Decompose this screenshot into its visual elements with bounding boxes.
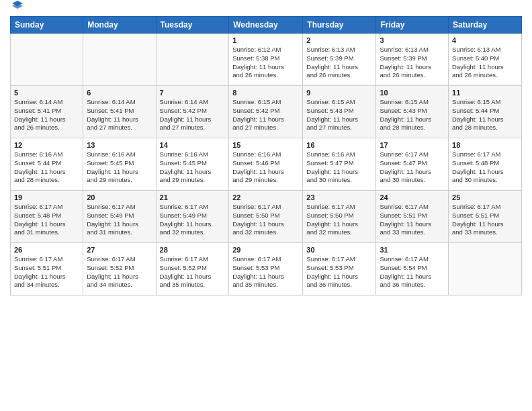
calendar-cell: 7Sunrise: 6:14 AM Sunset: 5:42 PM Daylig… xyxy=(156,86,229,138)
day-number: 29 xyxy=(232,246,299,254)
calendar-cell: 3Sunrise: 6:13 AM Sunset: 5:39 PM Daylig… xyxy=(376,34,449,86)
day-info: Sunrise: 6:17 AM Sunset: 5:51 PM Dayligh… xyxy=(452,203,518,237)
day-info: Sunrise: 6:16 AM Sunset: 5:47 PM Dayligh… xyxy=(306,150,372,185)
calendar-cell: 21Sunrise: 6:17 AM Sunset: 5:49 PM Dayli… xyxy=(156,191,229,243)
calendar-cell: 2Sunrise: 6:13 AM Sunset: 5:39 PM Daylig… xyxy=(303,34,376,86)
day-number: 8 xyxy=(232,89,299,97)
weekday-header-row: SundayMondayTuesdayWednesdayThursdayFrid… xyxy=(11,17,522,34)
calendar-cell: 16Sunrise: 6:16 AM Sunset: 5:47 PM Dayli… xyxy=(303,138,376,191)
weekday-header-wednesday: Wednesday xyxy=(229,17,303,34)
day-info: Sunrise: 6:17 AM Sunset: 5:52 PM Dayligh… xyxy=(87,255,152,289)
day-number: 3 xyxy=(380,36,445,44)
day-info: Sunrise: 6:16 AM Sunset: 5:45 PM Dayligh… xyxy=(160,150,226,185)
calendar-cell: 18Sunrise: 6:17 AM Sunset: 5:48 PM Dayli… xyxy=(449,138,522,191)
day-number: 28 xyxy=(160,246,226,254)
day-info: Sunrise: 6:17 AM Sunset: 5:51 PM Dayligh… xyxy=(14,255,79,289)
calendar-cell: 26Sunrise: 6:17 AM Sunset: 5:51 PM Dayli… xyxy=(11,243,83,295)
day-info: Sunrise: 6:13 AM Sunset: 5:39 PM Dayligh… xyxy=(306,46,372,80)
day-number: 31 xyxy=(380,246,445,254)
day-info: Sunrise: 6:17 AM Sunset: 5:50 PM Dayligh… xyxy=(306,203,372,237)
calendar-cell: 8Sunrise: 6:15 AM Sunset: 5:42 PM Daylig… xyxy=(229,86,303,138)
day-number: 21 xyxy=(160,193,226,201)
day-info: Sunrise: 6:15 AM Sunset: 5:42 PM Dayligh… xyxy=(232,98,299,132)
day-number: 30 xyxy=(306,246,372,254)
weekday-header-friday: Friday xyxy=(376,17,449,34)
logo xyxy=(10,9,24,12)
day-info: Sunrise: 6:16 AM Sunset: 5:46 PM Dayligh… xyxy=(232,150,299,185)
calendar-cell: 28Sunrise: 6:17 AM Sunset: 5:52 PM Dayli… xyxy=(156,243,229,295)
calendar-week-row: 26Sunrise: 6:17 AM Sunset: 5:51 PM Dayli… xyxy=(11,243,522,295)
calendar-cell: 13Sunrise: 6:16 AM Sunset: 5:45 PM Dayli… xyxy=(83,138,156,191)
day-info: Sunrise: 6:12 AM Sunset: 5:38 PM Dayligh… xyxy=(232,46,299,80)
calendar-cell: 29Sunrise: 6:17 AM Sunset: 5:53 PM Dayli… xyxy=(229,243,303,295)
day-info: Sunrise: 6:14 AM Sunset: 5:42 PM Dayligh… xyxy=(160,98,226,132)
day-number: 18 xyxy=(452,141,518,149)
day-info: Sunrise: 6:17 AM Sunset: 5:48 PM Dayligh… xyxy=(452,150,518,185)
weekday-header-monday: Monday xyxy=(83,17,156,34)
day-number: 16 xyxy=(306,141,372,149)
day-number: 2 xyxy=(306,36,372,44)
weekday-header-saturday: Saturday xyxy=(449,17,522,34)
calendar-week-row: 19Sunrise: 6:17 AM Sunset: 5:48 PM Dayli… xyxy=(11,191,522,243)
day-info: Sunrise: 6:15 AM Sunset: 5:44 PM Dayligh… xyxy=(452,98,518,132)
calendar-table: SundayMondayTuesdayWednesdayThursdayFrid… xyxy=(10,16,522,295)
calendar-cell: 14Sunrise: 6:16 AM Sunset: 5:45 PM Dayli… xyxy=(156,138,229,191)
day-info: Sunrise: 6:17 AM Sunset: 5:47 PM Dayligh… xyxy=(380,150,445,185)
calendar-cell: 10Sunrise: 6:15 AM Sunset: 5:43 PM Dayli… xyxy=(376,86,449,138)
calendar-cell: 17Sunrise: 6:17 AM Sunset: 5:47 PM Dayli… xyxy=(376,138,449,191)
day-number: 13 xyxy=(87,141,152,149)
day-number: 7 xyxy=(160,89,226,97)
day-number: 9 xyxy=(306,89,372,97)
day-number: 14 xyxy=(160,141,226,149)
day-number: 12 xyxy=(14,141,79,149)
logo-text xyxy=(10,9,24,12)
calendar-week-row: 12Sunrise: 6:16 AM Sunset: 5:44 PM Dayli… xyxy=(11,138,522,191)
day-number: 17 xyxy=(380,141,445,149)
calendar-cell: 20Sunrise: 6:17 AM Sunset: 5:49 PM Dayli… xyxy=(83,191,156,243)
day-info: Sunrise: 6:17 AM Sunset: 5:50 PM Dayligh… xyxy=(232,203,299,237)
calendar-cell: 4Sunrise: 6:13 AM Sunset: 5:40 PM Daylig… xyxy=(449,34,522,86)
header xyxy=(10,7,522,12)
day-info: Sunrise: 6:17 AM Sunset: 5:53 PM Dayligh… xyxy=(306,255,372,289)
day-info: Sunrise: 6:14 AM Sunset: 5:41 PM Dayligh… xyxy=(14,98,79,132)
day-info: Sunrise: 6:16 AM Sunset: 5:44 PM Dayligh… xyxy=(14,150,79,185)
day-number: 27 xyxy=(87,246,152,254)
day-info: Sunrise: 6:17 AM Sunset: 5:49 PM Dayligh… xyxy=(87,203,152,237)
day-number: 6 xyxy=(87,89,152,97)
day-number: 10 xyxy=(380,89,445,97)
day-number: 22 xyxy=(232,193,299,201)
calendar-cell: 9Sunrise: 6:15 AM Sunset: 5:43 PM Daylig… xyxy=(303,86,376,138)
calendar-week-row: 5Sunrise: 6:14 AM Sunset: 5:41 PM Daylig… xyxy=(11,86,522,138)
day-number: 15 xyxy=(232,141,299,149)
calendar-cell xyxy=(156,34,229,86)
day-info: Sunrise: 6:13 AM Sunset: 5:39 PM Dayligh… xyxy=(380,46,445,80)
day-number: 5 xyxy=(14,89,79,97)
calendar-cell: 15Sunrise: 6:16 AM Sunset: 5:46 PM Dayli… xyxy=(229,138,303,191)
day-number: 1 xyxy=(232,36,299,44)
weekday-header-tuesday: Tuesday xyxy=(156,17,229,34)
page: SundayMondayTuesdayWednesdayThursdayFrid… xyxy=(0,0,532,411)
day-info: Sunrise: 6:17 AM Sunset: 5:51 PM Dayligh… xyxy=(380,203,445,237)
day-info: Sunrise: 6:15 AM Sunset: 5:43 PM Dayligh… xyxy=(380,98,445,132)
calendar-cell xyxy=(449,243,522,295)
calendar-cell: 6Sunrise: 6:14 AM Sunset: 5:41 PM Daylig… xyxy=(83,86,156,138)
calendar-cell: 30Sunrise: 6:17 AM Sunset: 5:53 PM Dayli… xyxy=(303,243,376,295)
calendar-cell: 23Sunrise: 6:17 AM Sunset: 5:50 PM Dayli… xyxy=(303,191,376,243)
calendar-cell: 31Sunrise: 6:17 AM Sunset: 5:54 PM Dayli… xyxy=(376,243,449,295)
day-number: 25 xyxy=(452,193,518,201)
day-number: 19 xyxy=(14,193,79,201)
calendar-cell: 12Sunrise: 6:16 AM Sunset: 5:44 PM Dayli… xyxy=(11,138,83,191)
calendar-cell: 24Sunrise: 6:17 AM Sunset: 5:51 PM Dayli… xyxy=(376,191,449,243)
calendar-cell xyxy=(83,34,156,86)
weekday-header-thursday: Thursday xyxy=(303,17,376,34)
day-info: Sunrise: 6:14 AM Sunset: 5:41 PM Dayligh… xyxy=(87,98,152,132)
calendar-cell: 11Sunrise: 6:15 AM Sunset: 5:44 PM Dayli… xyxy=(449,86,522,138)
day-info: Sunrise: 6:17 AM Sunset: 5:52 PM Dayligh… xyxy=(160,255,226,289)
day-number: 26 xyxy=(14,246,79,254)
weekday-header-sunday: Sunday xyxy=(11,17,83,34)
day-info: Sunrise: 6:16 AM Sunset: 5:45 PM Dayligh… xyxy=(87,150,152,185)
calendar-cell: 5Sunrise: 6:14 AM Sunset: 5:41 PM Daylig… xyxy=(11,86,83,138)
day-number: 4 xyxy=(452,36,518,44)
calendar-cell: 1Sunrise: 6:12 AM Sunset: 5:38 PM Daylig… xyxy=(229,34,303,86)
calendar-cell: 25Sunrise: 6:17 AM Sunset: 5:51 PM Dayli… xyxy=(449,191,522,243)
